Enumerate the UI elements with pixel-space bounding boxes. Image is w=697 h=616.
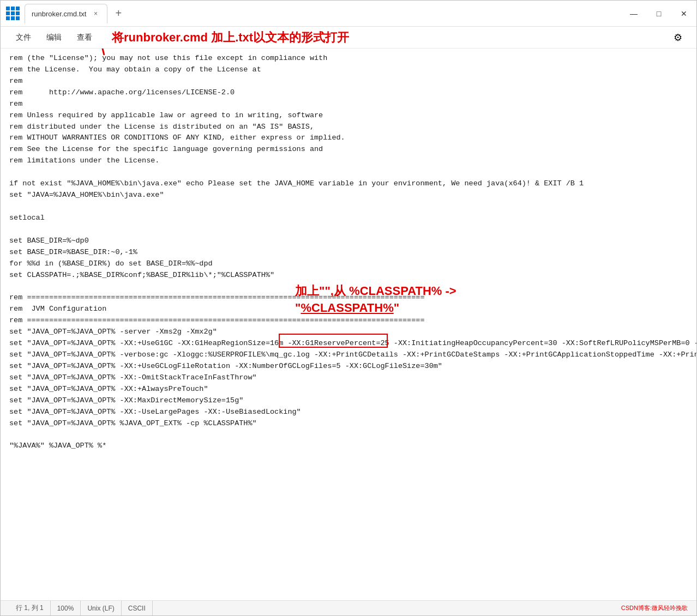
annotation-open-txt: 将runbroker.cmd 加上.txt以文本的形式打开 (112, 29, 349, 46)
grid-icon (6, 7, 20, 20)
title-bar: runbroker.cmd.txt × + — □ ✕ (1, 1, 696, 27)
editor-area: rem (the "License"); you may not use thi… (1, 49, 696, 600)
title-bar-left: runbroker.cmd.txt × + (5, 4, 621, 23)
minimize-button[interactable]: — (621, 1, 646, 27)
status-bar: 行 1, 列 1 100% Unix (LF) CSCII CSDN博客:微风轻… (1, 600, 696, 615)
settings-button[interactable]: ⚙ (668, 28, 688, 47)
line-ending: Unix (LF) (81, 601, 121, 615)
editor-content[interactable]: rem (the "License"); you may not use thi… (1, 49, 696, 600)
app-icon (5, 6, 20, 21)
window-controls: — □ ✕ (621, 1, 696, 27)
new-tab-button[interactable]: + (110, 5, 127, 22)
view-menu[interactable]: 查看 (70, 31, 99, 45)
close-button[interactable]: ✕ (671, 1, 696, 27)
edit-menu[interactable]: 编辑 (40, 31, 68, 45)
watermark: CSDN博客:微风轻吟挽歌 (621, 604, 688, 612)
tab-label: runbroker.cmd.txt (32, 10, 86, 18)
main-window: runbroker.cmd.txt × + — □ ✕ 文件 编辑 查看 将ru… (0, 0, 697, 616)
encoding: CSCII (122, 601, 153, 615)
maximize-button[interactable]: □ (646, 1, 671, 27)
tab-close-button[interactable]: × (91, 9, 100, 19)
cursor-position: 行 1, 列 1 (9, 601, 51, 615)
active-tab[interactable]: runbroker.cmd.txt × (25, 4, 107, 23)
menu-bar: 文件 编辑 查看 将runbroker.cmd 加上.txt以文本的形式打开 ⚙ (1, 27, 696, 49)
zoom-level: 100% (51, 601, 81, 615)
file-menu[interactable]: 文件 (9, 31, 38, 45)
